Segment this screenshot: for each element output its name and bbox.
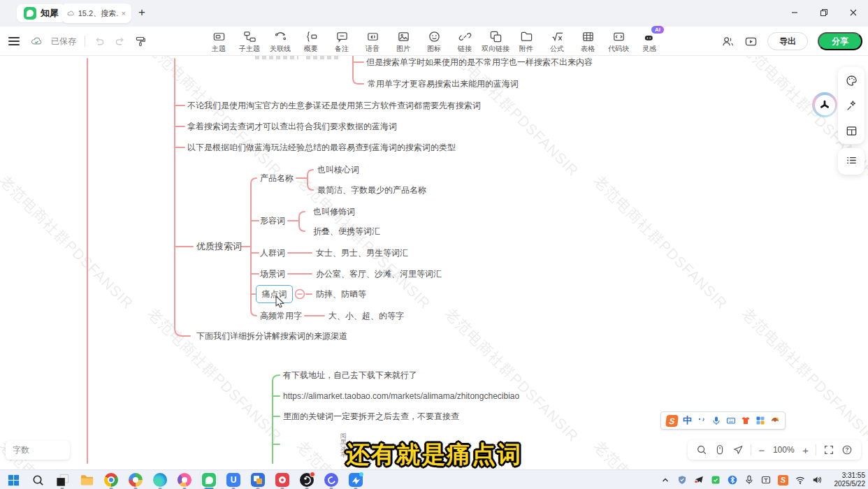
tool-summary[interactable]: 概要 [296, 29, 326, 52]
locate-center-icon[interactable] [732, 444, 744, 455]
help-icon[interactable] [841, 444, 853, 455]
node-detail[interactable]: 也叫修饰词 [313, 206, 355, 218]
taskbar-media-app[interactable] [175, 471, 194, 489]
share-button[interactable]: 分享 [818, 32, 862, 50]
node-detail[interactable]: 女士、男士、男生等词汇 [316, 247, 408, 259]
taskbar-chrome[interactable] [102, 471, 120, 489]
taskbar-obs[interactable] [298, 471, 316, 489]
node-child-label[interactable]: 人群词 [260, 247, 285, 259]
node-detail[interactable]: 最简洁、字数最少的产品名称 [317, 184, 426, 196]
ime-mic-icon[interactable] [711, 416, 721, 425]
magic-wand-icon[interactable] [845, 99, 858, 112]
ime-toolbox-icon[interactable] [755, 416, 765, 425]
tool-relation-line[interactable]: 关联线 [265, 29, 296, 52]
tool-image[interactable]: 图片 [388, 29, 419, 52]
tray-green-app-icon[interactable] [711, 475, 721, 485]
taskbar-zhixi-active[interactable] [200, 471, 218, 489]
close-window-button[interactable] [844, 4, 862, 21]
telegram-icon[interactable] [694, 475, 704, 485]
ai-assistant-button[interactable] [812, 92, 837, 117]
node-source-item[interactable]: 里面的关键词一定要拆开之后去查，不要直接查 [283, 411, 459, 423]
format-painter-icon[interactable] [134, 36, 146, 48]
tool-attachment[interactable]: 附件 [511, 29, 542, 52]
node-quality-keywords[interactable]: 优质搜索词 [196, 240, 242, 253]
minimize-button[interactable] [786, 4, 804, 21]
word-count-chip[interactable]: 字数 [6, 441, 70, 460]
mouse-mode-icon[interactable] [714, 444, 725, 455]
tool-formula[interactable]: 公式 [542, 29, 572, 52]
node-detail[interactable]: 防摔、防晒等 [316, 289, 366, 300]
taskbar-u-app[interactable]: U [224, 471, 243, 489]
node-statement[interactable]: 以下是根据咱们做蓝海玩法经验总结的最容易查到蓝海词的搜索词的类型 [187, 142, 456, 154]
ime-mode-label[interactable]: 中 [683, 414, 692, 427]
node-statement[interactable]: 下面我们详细拆分讲解搜索词的来源渠道 [196, 330, 347, 342]
video-tutorial-icon[interactable] [744, 35, 758, 48]
taskbar-360-browser[interactable] [126, 471, 145, 489]
sogou-tray-icon[interactable]: S [778, 475, 788, 486]
restore-button[interactable] [815, 4, 833, 21]
tray-mic-icon[interactable] [744, 475, 754, 485]
ime-keyboard-icon[interactable] [726, 416, 736, 425]
node-source-url[interactable]: https://alimarket.taobao.com/markets/ali… [283, 391, 519, 401]
node-statement[interactable]: 常用单字才更容易搜索出来能用的蓝海词 [368, 78, 519, 90]
taskbar-search-button[interactable] [29, 471, 47, 489]
document-tab[interactable]: 15.2、搜索... × [62, 3, 131, 23]
redo-icon[interactable] [114, 36, 126, 48]
tray-expand-chevron-icon[interactable] [660, 475, 670, 485]
taskbar-thunder-app[interactable] [347, 471, 365, 489]
node-detail[interactable]: 折叠、便携等词汇 [313, 226, 380, 238]
zoom-out-button[interactable]: − [758, 445, 765, 455]
tool-table[interactable]: 表格 [572, 29, 603, 52]
collaborators-icon[interactable] [721, 35, 735, 48]
node-statement[interactable]: 但是搜索单字时如果使用的是不常用字也一样搜索不出来内容 [366, 57, 593, 68]
ime-smart-icon[interactable] [770, 416, 780, 425]
taskbar-edge[interactable] [151, 471, 169, 489]
tool-note[interactable]: 备注 [326, 29, 357, 52]
node-statement[interactable]: 不论我们是使用淘宝官方的生意参谋还是使用第三方软件查词都需要先有搜索词 [187, 100, 481, 112]
taskbar-docs-app[interactable] [249, 471, 267, 489]
export-button[interactable]: 导出 [767, 32, 808, 50]
fullscreen-icon[interactable] [823, 444, 834, 455]
zoom-in-button[interactable]: + [802, 445, 809, 455]
ime-indicator-icon[interactable] [761, 475, 771, 485]
layout-icon[interactable] [845, 124, 858, 138]
taskbar-circle-app[interactable] [322, 471, 340, 489]
tab-close-icon[interactable]: × [122, 9, 126, 17]
node-child-label[interactable]: 场景词 [260, 268, 285, 280]
tool-inspiration[interactable]: AI 灵感 [634, 29, 665, 52]
security-shield-icon[interactable] [677, 475, 687, 485]
search-canvas-icon[interactable] [696, 444, 707, 455]
tool-subtopic[interactable]: 子主题 [234, 29, 265, 52]
sogou-logo-icon[interactable]: S [665, 415, 679, 427]
node-statement[interactable]: 拿着搜索词去查词才可以查出符合我们要求数据的蓝海词 [187, 121, 397, 133]
node-detail[interactable]: 也叫核心词 [317, 164, 359, 176]
menu-hamburger-icon[interactable] [6, 34, 22, 48]
speaker-icon[interactable] [812, 475, 822, 485]
node-child-label[interactable]: 形容词 [260, 215, 285, 227]
node-child-label[interactable]: 高频常用字 [260, 310, 302, 322]
zoom-level[interactable]: 100% [772, 445, 795, 455]
taskbar-o-app[interactable] [273, 471, 291, 489]
tool-sticker[interactable]: 图标 [419, 29, 449, 52]
tool-link[interactable]: 链接 [449, 29, 480, 52]
mindmap-canvas[interactable]: 老范电商社群PDSFANSIR老范电商社群PDSFANSIR老范电商社群PDSF… [0, 56, 868, 469]
node-child-label[interactable]: 产品名称 [260, 173, 294, 184]
taskbar-app-snip[interactable] [53, 471, 71, 489]
taskbar-file-explorer[interactable] [78, 471, 96, 489]
undo-icon[interactable] [94, 36, 106, 48]
tool-bidirectional-link[interactable]: 双向链接 [480, 29, 511, 52]
tool-code-block[interactable]: 代码块 [603, 29, 634, 52]
palette-icon[interactable] [845, 74, 858, 87]
bluetooth-icon[interactable] [728, 475, 737, 485]
outline-list-icon[interactable] [845, 154, 858, 167]
new-tab-button[interactable]: + [138, 6, 145, 20]
app-home-chip[interactable]: 知犀 [17, 4, 66, 22]
node-source-item[interactable]: 有下载地址，自己去下载下来就行了 [283, 370, 417, 381]
ime-skin-icon[interactable] [741, 416, 751, 425]
start-button[interactable] [4, 471, 22, 489]
wifi-icon[interactable] [795, 475, 805, 485]
node-detail[interactable]: 大、小、超、的等字 [328, 310, 404, 322]
taskbar-clock[interactable]: 3:31:55 2025/5/22 [834, 472, 866, 488]
tool-voice[interactable]: 语音 [357, 29, 388, 52]
node-detail[interactable]: 办公室、客厅、沙滩、河里等词汇 [316, 268, 442, 280]
